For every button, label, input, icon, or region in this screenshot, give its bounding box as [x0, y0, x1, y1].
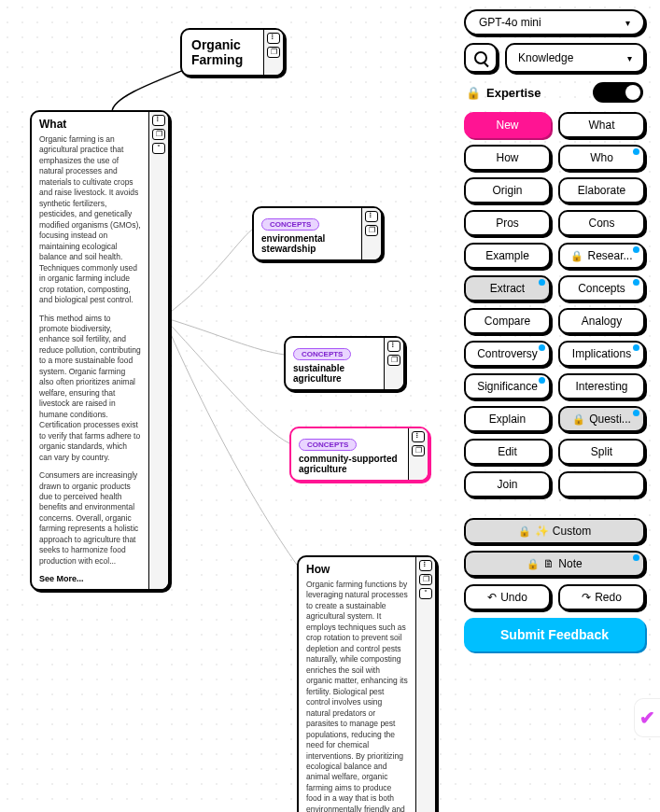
redo-icon: ↷: [582, 591, 591, 604]
action-button-split[interactable]: Split: [558, 439, 645, 465]
indicator-dot: [633, 554, 639, 561]
action-button-resear-[interactable]: 🔒Resear...: [558, 243, 645, 269]
card-what-body: Organic farming is an agricultural pract…: [39, 134, 141, 567]
action-button-concepts[interactable]: Concepts: [558, 275, 645, 301]
action-button-example[interactable]: Example: [464, 243, 551, 269]
node-menu-icon[interactable]: ⠇: [412, 431, 425, 442]
node-controls: ⠇ ❐ ˅: [148, 112, 168, 589]
concept-node-env-stewardship[interactable]: CONCEPTS environmental stewardship ⠇ ❐: [252, 206, 383, 261]
action-button-blank[interactable]: [558, 471, 645, 497]
action-button-label: Controversy: [477, 347, 538, 360]
action-button-label: Origin: [492, 184, 522, 197]
submit-feedback-button[interactable]: Submit Feedback: [464, 618, 645, 651]
node-menu-icon[interactable]: ⠇: [387, 341, 400, 352]
concept-badge: CONCEPTS: [293, 348, 351, 360]
brand-badge[interactable]: ✔: [634, 698, 660, 737]
action-button-elaborate[interactable]: Elaborate: [558, 177, 645, 203]
action-button-significance[interactable]: Significance: [464, 373, 551, 399]
action-button-label: What: [588, 119, 614, 132]
action-button-explain[interactable]: Explain: [464, 406, 551, 432]
action-button-compare[interactable]: Compare: [464, 308, 551, 334]
node-menu-icon[interactable]: ⠇: [419, 560, 432, 571]
root-title: Organic Farming: [182, 30, 263, 75]
action-button-label: Elaborate: [578, 184, 625, 197]
action-button-interesting[interactable]: Interesting: [558, 373, 645, 399]
mode-select-value: Knowledge: [518, 51, 573, 64]
chevron-down-icon: ▾: [625, 18, 630, 28]
action-button-analogy[interactable]: Analogy: [558, 308, 645, 334]
node-controls: ⠇ ❐ ˅: [415, 557, 435, 812]
node-copy-icon[interactable]: ❐: [365, 225, 378, 236]
concept-badge: CONCEPTS: [299, 439, 357, 451]
node-menu-icon[interactable]: ⠇: [267, 33, 280, 44]
action-button-edit[interactable]: Edit: [464, 439, 551, 465]
action-button-label: Explain: [489, 413, 526, 426]
indicator-dot: [633, 148, 639, 155]
node-copy-icon[interactable]: ❐: [419, 574, 432, 585]
action-button-label: Who: [590, 151, 613, 164]
action-button-implications[interactable]: Implications: [558, 341, 645, 367]
action-button-cons[interactable]: Cons: [558, 210, 645, 236]
wand-icon: ✨: [535, 525, 549, 538]
action-button-controversy[interactable]: Controversy: [464, 341, 551, 367]
note-button[interactable]: 🔒 🗎 Note: [464, 551, 645, 577]
node-copy-icon[interactable]: ❐: [412, 445, 425, 456]
node-controls: ⠇ ❐: [384, 338, 403, 389]
action-button-new[interactable]: New: [464, 112, 551, 138]
node-copy-icon[interactable]: ❐: [387, 355, 400, 366]
action-button-extract[interactable]: Extract: [464, 275, 551, 301]
node-controls: ⠇ ❐: [263, 30, 283, 75]
indicator-dot: [539, 344, 545, 351]
concept-node-community-supported[interactable]: CONCEPTS community-supported agriculture…: [289, 427, 429, 482]
node-menu-icon[interactable]: ⠇: [365, 211, 378, 222]
action-button-who[interactable]: Who: [558, 145, 645, 171]
action-button-label: Split: [591, 445, 612, 458]
action-button-label: Join: [497, 478, 517, 491]
action-button-label: Concepts: [578, 282, 625, 295]
node-menu-icon[interactable]: ⠇: [152, 115, 165, 126]
card-how-title: How: [306, 563, 408, 576]
concept-label: community-supported agriculture: [299, 454, 400, 474]
indicator-dot: [539, 279, 545, 286]
node-copy-icon[interactable]: ❐: [152, 129, 165, 140]
action-button-what[interactable]: What: [558, 112, 645, 138]
action-button-questi-[interactable]: 🔒Questi...: [558, 406, 645, 432]
indicator-dot: [633, 246, 639, 253]
chevron-down-icon[interactable]: ˅: [419, 588, 432, 599]
see-more-link[interactable]: See More...: [39, 574, 141, 583]
indicator-dot: [539, 377, 545, 384]
undo-button[interactable]: ↶ Undo: [464, 584, 551, 610]
indicator-dot: [633, 279, 639, 286]
indicator-dot: [633, 344, 639, 351]
node-controls: ⠇ ❐: [361, 208, 381, 259]
chevron-down-icon[interactable]: ˅: [152, 143, 165, 154]
action-button-origin[interactable]: Origin: [464, 177, 551, 203]
node-copy-icon[interactable]: ❐: [267, 47, 280, 58]
action-button-label: Pros: [496, 217, 519, 230]
search-icon: [474, 51, 487, 64]
action-button-label: New: [496, 119, 518, 132]
expertise-toggle[interactable]: [593, 82, 643, 103]
card-how-body: Organic farming functions by leveraging …: [306, 580, 408, 812]
lock-icon: 🔒: [527, 558, 540, 570]
concept-label: environmental stewardship: [261, 233, 354, 254]
action-button-grid: NewWhatHowWhoOriginElaborateProsConsExam…: [464, 112, 645, 497]
action-button-join[interactable]: Join: [464, 471, 551, 497]
action-button-pros[interactable]: Pros: [464, 210, 551, 236]
action-button-label: Example: [485, 249, 529, 262]
chevron-down-icon: ▾: [627, 53, 632, 63]
card-how[interactable]: How Organic farming functions by leverag…: [297, 555, 437, 812]
search-button[interactable]: [464, 43, 498, 73]
model-select-value: GPT-4o mini: [479, 16, 541, 29]
root-node[interactable]: Organic Farming ⠇ ❐: [180, 28, 285, 77]
concept-node-sustainable-ag[interactable]: CONCEPTS sustainable agriculture ⠇ ❐: [284, 336, 405, 391]
note-icon: 🗎: [543, 557, 555, 570]
model-select[interactable]: GPT-4o mini ▾: [464, 9, 645, 35]
mode-select[interactable]: Knowledge ▾: [505, 43, 645, 73]
custom-button[interactable]: 🔒 ✨ Custom: [464, 518, 645, 544]
action-button-label: Compare: [484, 315, 530, 328]
card-what[interactable]: What Organic farming is an agricultural …: [30, 110, 170, 591]
redo-button[interactable]: ↷ Redo: [558, 584, 645, 610]
action-button-label: Edit: [498, 445, 517, 458]
action-button-how[interactable]: How: [464, 145, 551, 171]
